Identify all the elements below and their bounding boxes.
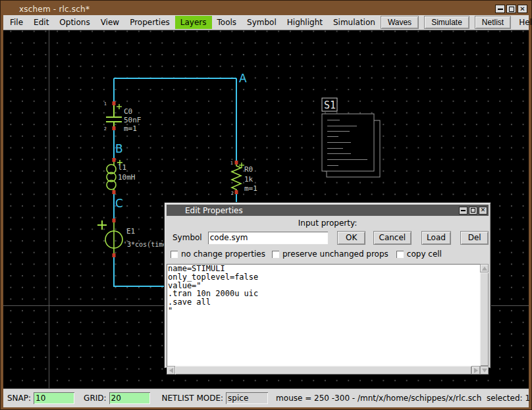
capacitor-pin2: 2 [104,126,107,132]
cancel-button[interactable]: Cancel [373,231,412,245]
waves-button[interactable]: Waves [381,16,419,29]
inductor-symbol[interactable]: l1 10mH [107,158,136,194]
dialog-titlebar[interactable]: Edit Properties ✕ [167,205,489,216]
statusbar: SNAP: GRID: NETLIST MODE: mouse = 250 -3… [3,388,529,407]
netlist-mode-label: NETLIST MODE: [162,394,224,403]
arrow-left-icon [169,368,173,373]
menu-help[interactable]: Help [516,16,532,29]
capacitor-mult: m=1 [124,124,137,133]
capacitor-name: C0 [124,107,132,116]
minimize-button[interactable] [495,5,505,13]
arrow-right-icon [474,368,478,373]
menu-tools[interactable]: Tools [212,16,242,29]
preserve-unchanged-props-label: preserve unchanged props [282,249,388,259]
inductor-name: l1 [118,163,126,172]
netlist-mode-input[interactable] [226,392,268,404]
resistor-pin1: 1 [230,161,233,166]
scroll-right-button[interactable] [471,366,480,374]
grid-input[interactable] [109,392,150,404]
net-label-b[interactable]: B [115,142,123,155]
simulate-button[interactable]: Simulate [424,16,469,29]
menu-edit[interactable]: Edit [28,16,54,29]
maximize-icon [509,7,514,12]
close-button[interactable]: ✕ [518,5,527,13]
dialog-close-button[interactable]: ✕ [479,207,487,215]
code-block-name: S1 [324,99,336,111]
capacitor-value: 50nF [124,116,142,124]
scroll-left-button[interactable] [167,366,175,374]
minimize-icon [498,5,503,10]
pin-square [235,190,238,194]
scroll-down-button[interactable] [480,366,489,374]
pin-square [235,161,238,165]
vertical-scrollbar[interactable] [480,264,489,366]
dialog-minimize-button[interactable] [459,207,467,215]
copy-cell-label: copy cell [407,249,442,259]
maximize-button[interactable] [506,5,516,13]
pin-square [113,218,116,222]
capacitor-pin1: 1 [104,101,107,107]
resistor-value: 1k [244,175,253,184]
inductor-value: 10mH [118,173,136,182]
code-block-symbol[interactable]: S1 [322,98,380,177]
resistor-name: R0 [244,165,253,174]
close-icon: ✕ [519,6,525,13]
source-name: E1 [126,227,135,236]
arrow-up-icon [482,267,487,270]
resistor-mult: m=1 [244,184,257,193]
close-icon: ✕ [481,207,486,213]
schematic-canvas[interactable]: 1 2 C0 50nF m=1 l1 [3,30,529,388]
arrow-down-icon [482,369,487,372]
menubar: File Edit Options View Properties Layers… [3,15,529,30]
menu-simulation[interactable]: Simulation [328,16,381,29]
snap-label: SNAP: [7,394,31,403]
resistor-pin2: 2 [231,191,234,196]
vertical-scroll-thumb[interactable] [480,272,489,366]
dialog-header: Input property: [167,218,489,228]
net-label-a[interactable]: A [239,72,247,85]
menu-layers[interactable]: Layers [175,16,212,29]
menu-view[interactable]: View [95,16,124,29]
dialog-title: Edit Properties [185,206,243,215]
property-text-region: name=STIMULI only_toplevel=false value="… [167,264,489,366]
snap-input[interactable] [34,392,74,404]
dialog-maximize-button[interactable] [469,207,477,215]
no-change-properties-label: no change properties [181,249,265,259]
edit-properties-dialog: Edit Properties ✕ Input property: Symbol… [164,202,491,369]
netlist-button[interactable]: Netlist [475,16,511,29]
preserve-unchanged-props-checkbox[interactable] [272,251,279,258]
menu-options[interactable]: Options [54,16,95,29]
pin-square [113,190,116,194]
mouse-info-text: mouse = 250 -300 - /mnt/x/home/schippes/… [276,394,530,403]
scroll-up-button[interactable] [480,264,489,272]
ok-button[interactable]: OK [337,231,365,245]
horizontal-scrollbar[interactable] [167,366,489,374]
horizontal-scroll-thumb[interactable] [175,366,471,374]
symbol-row: Symbol OK Cancel Load Del [167,230,489,245]
del-button[interactable]: Del [460,231,489,245]
menu-highlight[interactable]: Highlight [282,16,328,29]
pin-square [113,158,116,162]
checkbox-row: no change properties preserve unchanged … [167,248,489,260]
pin-square [113,101,116,105]
net-label-c[interactable]: C [115,197,123,210]
no-change-properties-checkbox[interactable] [171,251,178,258]
window-title: xschem - rlc.sch* [19,5,90,14]
copy-cell-checkbox[interactable] [396,251,404,258]
resistor-symbol[interactable]: 1 2 R0 1k m=1 [230,161,257,196]
capacitor-symbol[interactable]: 1 2 C0 50nF m=1 [104,101,142,133]
pin-square [113,126,116,130]
menu-file[interactable]: File [5,16,28,29]
grid-label: GRID: [84,394,106,403]
menu-properties[interactable]: Properties [124,16,175,29]
pin-square [113,253,116,257]
property-textarea[interactable]: name=STIMULI only_toplevel=false value="… [167,264,480,366]
minimize-icon [461,207,466,211]
symbol-label: Symbol [173,233,202,242]
menu-symbol[interactable]: Symbol [242,16,282,29]
xschem-window: xschem - rlc.sch* ✕ File Edit Options Vi… [0,0,532,410]
maximize-icon [471,208,475,213]
window-titlebar: xschem - rlc.sch* ✕ [3,1,529,15]
load-button[interactable]: Load [421,231,452,245]
symbol-input[interactable] [208,232,329,244]
